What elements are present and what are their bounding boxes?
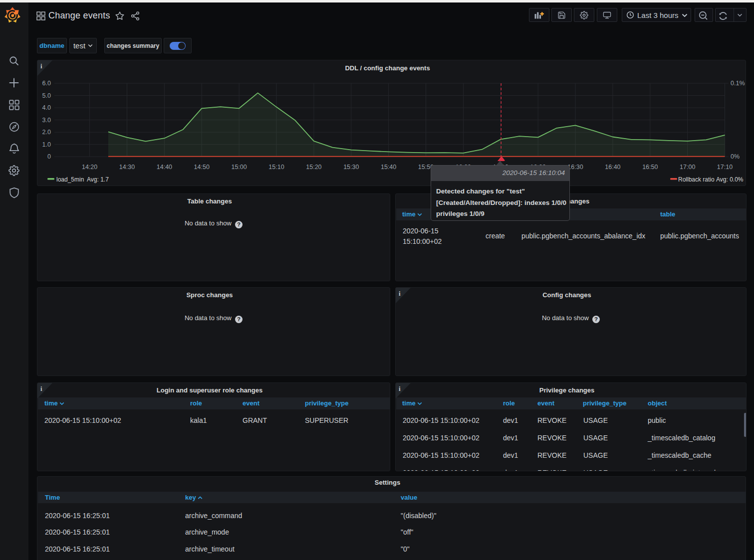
svg-text:15:20: 15:20 bbox=[306, 164, 321, 171]
svg-text:14:30: 14:30 bbox=[119, 164, 135, 171]
svg-text:16:40: 16:40 bbox=[605, 164, 620, 171]
svg-text:15:30: 15:30 bbox=[343, 164, 359, 171]
svg-text:4.0: 4.0 bbox=[42, 104, 51, 111]
svg-text:15:00: 15:00 bbox=[231, 164, 247, 171]
svg-text:3.0: 3.0 bbox=[42, 117, 51, 124]
svg-text:0.1%: 0.1% bbox=[731, 80, 745, 87]
svg-text:Rollback ratio: Rollback ratio bbox=[678, 176, 715, 183]
svg-text:15:10: 15:10 bbox=[268, 164, 284, 171]
svg-text:5.0: 5.0 bbox=[42, 92, 51, 99]
svg-text:6.0: 6.0 bbox=[42, 80, 51, 87]
svg-text:14:40: 14:40 bbox=[157, 164, 172, 171]
svg-text:0: 0 bbox=[47, 153, 51, 160]
svg-text:17:10: 17:10 bbox=[717, 164, 733, 171]
svg-text:14:20: 14:20 bbox=[82, 164, 97, 171]
svg-text:16:50: 16:50 bbox=[642, 164, 658, 171]
svg-text:17:00: 17:00 bbox=[680, 164, 695, 171]
svg-text:14:50: 14:50 bbox=[194, 164, 210, 171]
svg-text:15:40: 15:40 bbox=[381, 164, 396, 171]
svg-text:Avg: 1.7: Avg: 1.7 bbox=[87, 176, 109, 183]
svg-text:0%: 0% bbox=[731, 153, 740, 160]
svg-text:load_5min: load_5min bbox=[56, 176, 84, 183]
svg-text:2.0: 2.0 bbox=[42, 129, 51, 136]
svg-text:1.0: 1.0 bbox=[42, 141, 51, 148]
svg-text:16:30: 16:30 bbox=[567, 164, 583, 171]
svg-text:Avg: 0.0%: Avg: 0.0% bbox=[716, 176, 744, 183]
